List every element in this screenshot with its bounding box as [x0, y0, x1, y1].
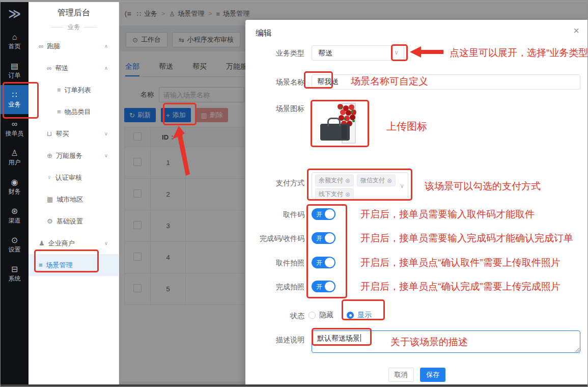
secondary-nav-label: 万能服务: [56, 151, 82, 160]
primary-nav-item[interactable]: ⌂首页: [1, 27, 29, 56]
scooter-icon: ∞: [12, 120, 17, 128]
sidebar-section-label: 业务: [68, 23, 80, 32]
status-radio-label[interactable]: 显示: [357, 311, 372, 320]
secondary-nav-label: 物品类目: [65, 107, 91, 117]
toggle-label: 完成码/收件码: [245, 234, 304, 243]
payment-multiselect[interactable]: 余额支付⊗微信支付⊗线下支付⊗ ∨: [312, 172, 408, 199]
text-caret: [360, 334, 361, 342]
secondary-nav-item[interactable]: ≡订单列表: [29, 79, 119, 101]
description-textarea[interactable]: 默认帮送场景: [312, 330, 580, 353]
list-icon: ≡: [39, 261, 43, 269]
logo-icon: ≫: [8, 7, 21, 20]
modal-footer: 取消 保存: [245, 368, 588, 382]
primary-nav-item[interactable]: ⊛渠道: [1, 201, 29, 230]
secondary-nav-item[interactable]: ⊔帮买∨: [29, 123, 119, 145]
toggle-switch[interactable]: 开: [312, 208, 335, 220]
list-icon: ≡: [57, 108, 61, 116]
toggle-knob: [325, 233, 334, 243]
cancel-button[interactable]: 取消: [388, 368, 414, 382]
close-icon[interactable]: ×: [573, 25, 579, 37]
finance-icon: ◉: [11, 178, 18, 186]
payment-tags: 余额支付⊗微信支付⊗线下支付⊗: [312, 173, 397, 200]
secondary-nav-item[interactable]: ⚙基础设置: [29, 210, 119, 232]
primary-nav-label: 财务: [9, 187, 21, 196]
business-type-select[interactable]: 帮送 ∨: [312, 45, 404, 61]
toggle-row: 取件拍照开开启后，接单员点“确认取件”需要上传取件照片: [245, 257, 588, 269]
primary-nav-item[interactable]: ▤订单: [1, 56, 29, 85]
payment-tag[interactable]: 余额支付⊗: [315, 175, 354, 186]
merchant-icon: ♟: [39, 239, 45, 247]
secondary-nav-item[interactable]: ∞跑腿∧: [29, 35, 119, 57]
tag-close-icon[interactable]: ⊗: [345, 177, 350, 184]
system-icon: ⊟: [11, 265, 18, 273]
scene-name-input[interactable]: [312, 74, 580, 90]
status-radio-label[interactable]: 隐藏: [319, 311, 333, 320]
chevron-down-icon: ∨: [104, 153, 108, 158]
primary-nav-item[interactable]: ⊟系统: [1, 259, 29, 288]
secondary-nav-item[interactable]: ♀认证审核: [29, 167, 119, 188]
tag-close-icon[interactable]: ⊗: [345, 191, 350, 198]
primary-nav-label: 系统: [9, 274, 21, 283]
tag-close-icon[interactable]: ⊗: [387, 177, 392, 184]
description-value: 默认帮送场景: [317, 334, 360, 342]
secondary-nav-label: 场景管理: [46, 261, 73, 270]
chevron-down-icon[interactable]: ∨: [394, 49, 399, 56]
app-logo[interactable]: ≫: [1, 5, 29, 23]
primary-nav-item[interactable]: ∞接单员: [1, 114, 29, 143]
save-button[interactable]: 保存: [420, 368, 445, 382]
primary-nav-item[interactable]: ◉财务: [1, 172, 29, 201]
business-type-value: 帮送: [318, 49, 332, 58]
toggle-on-label: 开: [316, 210, 322, 219]
chevron-down-icon[interactable]: ∨: [400, 182, 404, 189]
primary-nav-item[interactable]: ♙用户: [1, 143, 29, 172]
grid-icon: ∷: [12, 91, 17, 99]
secondary-nav-item[interactable]: ≡物品类目: [29, 101, 119, 123]
secondary-nav: ∞跑腿∧∞帮送∧≡订单列表≡物品类目⊔帮买∨⊕万能服务∨♀认证审核▦城市地区⚙基…: [29, 35, 119, 276]
chevron-up-icon: ∧: [104, 65, 108, 71]
secondary-nav-label: 基础设置: [57, 217, 83, 226]
payment-tag[interactable]: 微信支付⊗: [357, 175, 396, 186]
toggle-switch[interactable]: 开: [312, 281, 335, 292]
secondary-nav-item[interactable]: ♟企业商户∨: [29, 232, 119, 254]
toggle-on-label: 开: [316, 259, 322, 267]
toggle-switch[interactable]: 开: [312, 257, 335, 268]
secondary-nav-label: 帮送: [55, 64, 68, 73]
primary-nav-label: 订单: [9, 71, 21, 80]
scene-icon-label: 场景图标: [245, 104, 304, 114]
chevron-down-icon: ∨: [104, 131, 108, 136]
annotation-toggle-note: 开启后，接单员需要输入完成码才能确认完成订单: [360, 232, 573, 244]
modal-title: 编辑: [256, 28, 272, 39]
settings-icon: ⊙: [11, 236, 18, 244]
window-bottom-edge: [1, 384, 587, 386]
toggle-row: 完成码/收件码开开启后，接单员需要输入完成码才能确认完成订单: [245, 232, 588, 244]
list-icon: ≡: [57, 86, 61, 94]
primary-nav-label: 业务: [9, 100, 21, 109]
status-radio[interactable]: [347, 312, 354, 319]
window-top-edge: [1, 1, 587, 2]
city-icon: ▦: [47, 196, 53, 203]
toggle-label: 取件拍照: [245, 259, 304, 268]
secondary-nav-item[interactable]: ▦城市地区: [29, 188, 119, 210]
secondary-nav-item[interactable]: ∞帮送∧: [29, 57, 119, 79]
scene-icon-upload[interactable]: [315, 101, 365, 145]
payment-tag[interactable]: 线下支付⊗: [315, 188, 354, 200]
secondary-nav-item[interactable]: ≡场景管理: [29, 254, 119, 276]
secondary-nav-item[interactable]: ⊕万能服务∨: [29, 145, 119, 167]
audit-icon: ♀: [47, 174, 52, 181]
business-type-label: 业务类型: [245, 49, 304, 58]
secondary-nav-label: 城市地区: [57, 195, 83, 204]
resize-handle-icon[interactable]: [575, 347, 579, 352]
status-label: 状态: [245, 312, 304, 321]
toggle-row: 取件码开开启后，接单员需要输入取件码才能取件: [245, 208, 588, 220]
primary-nav-item[interactable]: ∷业务: [1, 85, 29, 114]
primary-nav-label: 首页: [9, 42, 21, 51]
toggle-switch[interactable]: 开: [312, 232, 335, 244]
briefcase-image: [320, 124, 350, 141]
chevron-up-icon: ∧: [104, 43, 108, 49]
toggle-on-label: 开: [316, 283, 322, 291]
primary-nav: ⌂首页▤订单∷业务∞接单员♙用户◉财务⊛渠道⊙设置⊟系统: [1, 27, 29, 288]
globe-icon: ⊕: [47, 152, 52, 159]
status-radio[interactable]: [309, 312, 316, 319]
primary-nav-item[interactable]: ⊙设置: [1, 230, 29, 259]
annotation-toggle-note: 开启后，接单员点“确认完成”需要上传完成照片: [360, 281, 561, 293]
